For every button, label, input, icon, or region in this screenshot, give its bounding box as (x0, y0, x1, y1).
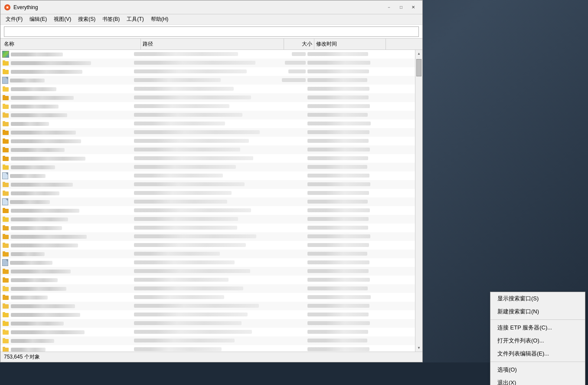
table-row[interactable] (0, 232, 415, 241)
scroll-track[interactable] (415, 57, 422, 344)
table-row[interactable] (0, 180, 415, 189)
table-row[interactable] (0, 224, 415, 232)
column-header-date[interactable]: 修改时间 (314, 39, 386, 49)
cell-name (2, 103, 134, 110)
column-header-path[interactable]: 路径 (141, 39, 284, 49)
cell-path (134, 312, 277, 317)
table-row[interactable] (0, 93, 415, 102)
menu-tools[interactable]: 工具(T) (123, 15, 147, 24)
ctx-show-search[interactable]: 显示搜索窗口(S) (490, 292, 585, 305)
menu-view[interactable]: 视图(V) (50, 15, 75, 24)
cell-name (2, 207, 134, 214)
cell-name (2, 94, 134, 101)
cell-date (307, 208, 379, 213)
table-row[interactable] (0, 250, 415, 258)
table-row[interactable] (0, 76, 415, 85)
cell-name (2, 198, 134, 205)
cell-name (2, 138, 134, 145)
cell-date (307, 199, 379, 204)
close-button[interactable]: ✕ (408, 3, 419, 12)
table-row[interactable] (0, 59, 415, 67)
cell-name (2, 51, 134, 58)
column-header-size[interactable]: 大小 (284, 39, 314, 49)
cell-name (2, 224, 134, 231)
table-row[interactable] (0, 85, 415, 93)
cell-name (2, 303, 134, 309)
cell-name (2, 146, 134, 153)
scroll-thumb[interactable] (416, 59, 421, 76)
menu-file[interactable]: 文件(F) (2, 15, 26, 24)
cell-path (134, 147, 277, 152)
cell-path (134, 165, 277, 170)
maximize-button[interactable]: □ (395, 3, 407, 12)
cell-size (277, 52, 307, 57)
table-row[interactable] (0, 145, 415, 154)
ctx-exit[interactable]: 退出(X) (490, 376, 585, 385)
table-row[interactable] (0, 267, 415, 276)
menu-bookmarks[interactable]: 书签(B) (99, 15, 123, 24)
menu-edit[interactable]: 编辑(E) (26, 15, 50, 24)
cell-date (307, 225, 379, 230)
table-row[interactable] (0, 310, 415, 319)
scroll-down-button[interactable]: ▼ (415, 344, 422, 352)
cell-name (2, 68, 134, 75)
cell-name (2, 120, 134, 127)
menu-search[interactable]: 搜索(S) (75, 15, 99, 24)
table-row[interactable] (0, 241, 415, 250)
table-row[interactable] (0, 345, 415, 352)
table-row[interactable] (0, 163, 415, 171)
cell-date (307, 277, 379, 283)
cell-path (134, 303, 277, 309)
table-row[interactable] (0, 128, 415, 137)
ctx-list-editor[interactable]: 文件列表编辑器(E)... (490, 347, 585, 360)
table-row[interactable] (0, 67, 415, 76)
table-row[interactable] (0, 111, 415, 119)
ctx-options[interactable]: 选项(O) (490, 363, 585, 376)
cell-date (307, 295, 379, 300)
menu-help[interactable]: 帮助(H) (147, 15, 172, 24)
table-row[interactable] (0, 171, 415, 180)
table-row[interactable] (0, 215, 415, 224)
table-row[interactable] (0, 50, 415, 59)
table-row[interactable] (0, 328, 415, 336)
table-row[interactable] (0, 137, 415, 145)
column-header-name[interactable]: 名称 (2, 39, 141, 49)
cell-name (2, 259, 134, 266)
cell-path (134, 243, 277, 248)
ctx-new-search[interactable]: 新建搜索窗口(N) (490, 305, 585, 318)
cell-date (307, 69, 379, 74)
cell-name (2, 216, 134, 223)
ctx-connect-etp[interactable]: 连接 ETP 服务器(C)... (490, 321, 585, 334)
cell-date (307, 156, 379, 161)
cell-name (2, 294, 134, 301)
minimize-button[interactable]: － (383, 3, 395, 12)
cell-name (2, 337, 134, 344)
table-row[interactable] (0, 189, 415, 197)
ctx-open-list[interactable]: 打开文件列表(O)... (490, 334, 585, 347)
cell-size (277, 78, 307, 83)
cell-path (134, 156, 277, 161)
cell-name (2, 250, 134, 257)
table-row[interactable] (0, 102, 415, 111)
table-row[interactable] (0, 206, 415, 215)
table-row[interactable] (0, 336, 415, 345)
table-row[interactable] (0, 276, 415, 284)
cell-path (134, 217, 277, 222)
table-row[interactable] (0, 154, 415, 163)
table-row[interactable] (0, 302, 415, 310)
cell-date (307, 338, 379, 343)
title-bar: Everything － □ ✕ (0, 0, 422, 14)
table-row[interactable] (0, 319, 415, 328)
table-row[interactable] (0, 258, 415, 267)
cell-date (307, 165, 379, 170)
file-list-container: ▲ ▼ (0, 50, 422, 352)
table-row[interactable] (0, 119, 415, 128)
cell-size (277, 60, 307, 66)
cell-date (307, 86, 379, 92)
cell-path (134, 295, 277, 300)
table-row[interactable] (0, 284, 415, 293)
scroll-up-button[interactable]: ▲ (415, 50, 422, 57)
table-row[interactable] (0, 197, 415, 206)
table-row[interactable] (0, 293, 415, 302)
search-input[interactable] (4, 26, 419, 37)
